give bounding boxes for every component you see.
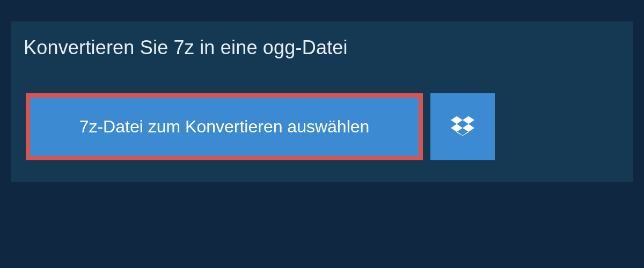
dropbox-icon [451,114,474,140]
converter-card: Konvertieren Sie 7z in eine ogg-Datei 7z… [11,21,633,182]
dropbox-upload-button[interactable] [430,93,495,160]
page-title: Konvertieren Sie 7z in eine ogg-Datei [24,36,348,59]
action-row: 7z-Datei zum Konvertieren auswählen [11,74,633,160]
title-bar: Konvertieren Sie 7z in eine ogg-Datei [11,21,369,74]
select-file-label: 7z-Datei zum Konvertieren auswählen [79,117,370,137]
select-file-button[interactable]: 7z-Datei zum Konvertieren auswählen [26,93,423,160]
